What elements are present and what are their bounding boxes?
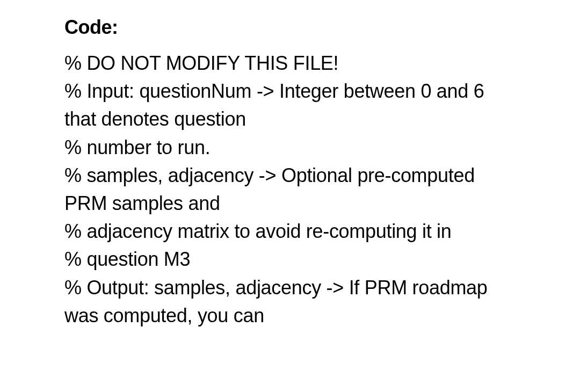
code-line: % question M3	[64, 245, 516, 273]
code-line: % DO NOT MODIFY THIS FILE!	[64, 49, 516, 77]
code-line: % Output: samples, adjacency -> If PRM r…	[64, 274, 516, 330]
code-line: % adjacency matrix to avoid re-computing…	[64, 217, 516, 245]
code-line: % samples, adjacency -> Optional pre-com…	[64, 162, 516, 217]
code-heading: Code:	[64, 16, 516, 39]
code-line: % number to run.	[64, 134, 516, 162]
code-block: % DO NOT MODIFY THIS FILE! % Input: ques…	[64, 49, 516, 330]
code-line: % Input: questionNum -> Integer between …	[64, 77, 516, 133]
